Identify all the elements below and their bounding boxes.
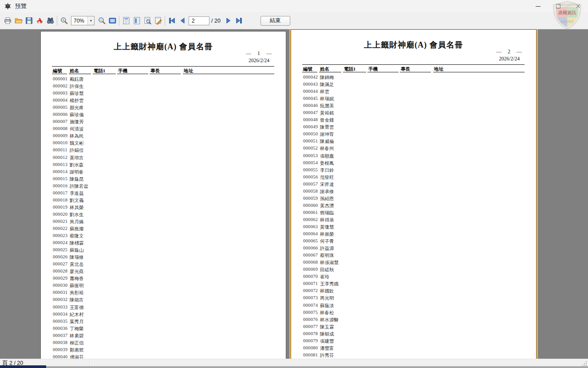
column-underline — [183, 74, 274, 74]
member-id: 000007 — [53, 119, 67, 124]
member-name: 劉水森 — [70, 162, 84, 168]
member-row: 000073周光明 — [291, 295, 536, 302]
minimize-button[interactable] — [528, 0, 548, 12]
member-row: 000059孫紹恩 — [291, 195, 536, 202]
member-id: 000076 — [303, 317, 318, 322]
resize-grip-icon[interactable] — [582, 361, 587, 366]
member-id: 000033 — [53, 305, 67, 309]
member-name: 謝明春 — [70, 169, 84, 175]
member-id: 000035 — [53, 319, 67, 324]
member-row: 000032陳能吉 — [41, 297, 286, 304]
member-name: 林水源醫 — [320, 317, 339, 323]
column-header: 電話1 — [344, 66, 355, 72]
page-number-dash: — — [246, 50, 251, 57]
member-id: 000060 — [303, 203, 318, 208]
member-id: 000031 — [53, 290, 67, 295]
maximize-button[interactable] — [548, 0, 568, 12]
member-name: 黃增吉 — [70, 155, 84, 161]
chevron-down-icon[interactable]: ▼ — [87, 16, 94, 25]
member-id: 000065 — [303, 238, 318, 243]
close-button[interactable]: ✕ — [568, 0, 588, 12]
report-date: 2026/2/24 — [209, 58, 269, 63]
member-row: 000078陳朝成 — [291, 331, 536, 338]
column-underline — [69, 74, 91, 74]
report-view-button[interactable] — [121, 15, 131, 27]
member-id: 000068 — [303, 260, 318, 265]
member-row: 000042陳錦梅 — [291, 74, 536, 81]
member-name: 周光明 — [320, 295, 334, 301]
preview-area[interactable]: 上上籤財神廟(A) 會員名冊—1—2026/2/24編號姓名電話1手機專長地址0… — [0, 29, 588, 359]
member-name: 林得泉 — [320, 217, 334, 223]
member-row: 000038柳正信 — [41, 340, 286, 347]
find-button[interactable] — [45, 15, 55, 27]
member-name: 田緹秋 — [320, 267, 334, 273]
page-number-dash: — — [517, 48, 522, 55]
member-row: 000079張建豐 — [291, 338, 536, 345]
member-row: 000005顏光甫 — [41, 104, 286, 111]
toolbar-separator — [57, 16, 57, 26]
member-id: 000034 — [53, 312, 67, 317]
end-button[interactable]: 結束 — [260, 16, 290, 26]
column-underline — [302, 72, 317, 72]
edit-design-button[interactable] — [153, 15, 163, 27]
member-id: 000069 — [303, 267, 318, 272]
maximize-icon — [556, 4, 560, 8]
member-name: 黃裕銘 — [320, 110, 334, 116]
member-row: 000027黃北岳 — [41, 261, 286, 268]
member-id: 000066 — [303, 245, 318, 250]
member-id: 000006 — [53, 112, 67, 117]
member-id: 000023 — [53, 233, 67, 238]
member-name: 鄧瑞臨 — [320, 210, 334, 216]
column-header: 專長 — [150, 68, 160, 74]
last-page-button[interactable] — [234, 15, 245, 27]
member-row: 000077陳玉霖 — [291, 324, 536, 331]
prev-page-button[interactable] — [177, 15, 188, 27]
first-page-button[interactable] — [166, 15, 177, 27]
print-button[interactable] — [2, 15, 13, 27]
member-row: 000039鄭惠鴛 — [41, 347, 286, 354]
member-row: 000010魏文彬 — [41, 140, 286, 147]
save-button[interactable] — [24, 15, 34, 27]
page-pencil-icon — [154, 16, 162, 25]
member-id: 000037 — [53, 333, 67, 338]
member-id: 000028 — [53, 269, 67, 273]
member-id: 000025 — [53, 247, 67, 252]
page-setup-button[interactable] — [142, 15, 153, 27]
member-id: 000061 — [303, 210, 318, 215]
open-button[interactable] — [13, 15, 24, 27]
report-page-1[interactable]: 上上籤財神廟(A) 會員名冊—1—2026/2/24編號姓名電話1手機專長地址0… — [40, 31, 286, 359]
member-id: 000043 — [303, 82, 318, 87]
status-bar-divider — [90, 360, 90, 366]
member-row: 000080潘豐富 — [291, 345, 536, 352]
report-page-2-selected[interactable]: 上上籤財神廟(A) 會員名冊—2—2026/2/24編號姓名電話1手機專長地址0… — [291, 29, 537, 359]
zoom-out-button[interactable] — [96, 15, 107, 27]
zoom-level-combobox[interactable]: 70% ▼ — [71, 16, 95, 25]
member-name: 柳正信 — [70, 340, 84, 346]
member-row: 000081許秀芬 — [291, 352, 536, 359]
member-name: 蔡隆文 — [70, 233, 84, 239]
member-name: 黃杰濟 — [320, 203, 334, 209]
page-number-input[interactable] — [189, 16, 209, 25]
column-header: 編號 — [303, 66, 312, 72]
fit-screen-button[interactable] — [107, 15, 118, 27]
member-row: 000028廖光堯 — [41, 268, 286, 275]
member-name: 吳彰裕 — [70, 290, 84, 296]
member-id: 000018 — [53, 198, 67, 202]
member-row: 000006蘇珍儀 — [41, 111, 286, 119]
member-id: 000079 — [303, 338, 318, 343]
two-page-view-button[interactable] — [131, 15, 142, 27]
column-underline — [150, 74, 181, 74]
zoom-in-button[interactable] — [59, 15, 69, 27]
export-pdf-button[interactable]: A — [34, 15, 45, 27]
member-row: 000004楊舒雲 — [41, 97, 286, 104]
binoculars-icon — [46, 16, 55, 25]
prev-page-icon — [178, 16, 187, 25]
member-id: 000070 — [303, 274, 318, 279]
member-name: 蔡明珠 — [320, 253, 334, 259]
member-id: 000013 — [53, 162, 67, 167]
next-page-button[interactable] — [223, 15, 234, 27]
member-row: 000056范發旺 — [291, 174, 536, 181]
member-row: 000076林水源醫 — [291, 317, 536, 324]
member-row: 000069田緹秋 — [291, 266, 536, 273]
member-row: 000055李日鈴 — [291, 167, 536, 174]
